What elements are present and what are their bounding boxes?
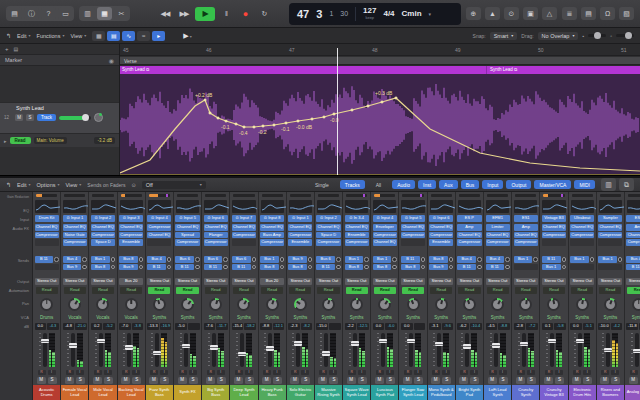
eq-thumbnail[interactable] [289,200,312,213]
automation-mode-slot[interactable]: Read [515,287,537,294]
mute-button[interactable]: M [431,377,440,384]
solo-button[interactable]: S [555,377,564,384]
chevron-down-icon[interactable]: ▾ [429,11,432,17]
send-level-knob[interactable] [308,257,313,262]
pan-knob[interactable] [435,298,448,311]
fader-track[interactable] [635,333,639,367]
key-display[interactable]: Cmin [402,10,422,18]
audio-fx-slot[interactable]: Compressor [35,232,59,239]
track-name-label[interactable]: Mono Synth & Pedalboard [428,385,455,400]
track-list-icon[interactable]: ▤ [14,46,19,52]
fader-cap[interactable] [238,352,246,357]
audio-fx-slot[interactable]: Compressor [401,232,425,239]
send-level-knob[interactable] [449,257,454,262]
automation-mode-slot[interactable]: Read [148,287,170,294]
solo-button[interactable]: S [273,377,282,384]
fader-cap[interactable] [407,339,415,344]
channel-strip[interactable]: ⊙ Input 2Channel EQCompressorSpace DBus … [89,192,117,400]
track-header-synth-lead[interactable]: Synth Lead 12 M S Track [0,102,119,134]
send-bus-label[interactable]: Bus 8 [260,264,279,271]
send-slot[interactable]: Bus 6 [204,256,228,263]
channel-strip[interactable]: ⊙ Input 6Channel EQCompressorEnsembleBus… [428,192,456,400]
audio-fx-slot[interactable]: Compressor [486,239,510,246]
send-slot[interactable]: Bus 6 [316,256,340,263]
channel-strip[interactable]: ⊙ Input 8Channel EQBass AmpCompressorBus… [259,192,287,400]
eq-thumbnail[interactable] [486,200,509,213]
send-level-knob[interactable] [364,257,369,262]
send-level-knob[interactable] [82,257,87,262]
filter-midi[interactable]: MIDI [574,180,595,189]
pan-knob[interactable] [491,298,504,311]
input-slot[interactable]: ⊙ Input 6 [429,215,453,222]
input-slot[interactable]: ⊙ Input 2 [316,215,340,222]
fader-cap[interactable] [210,345,218,350]
audio-fx-slot[interactable]: Compressor [570,232,594,239]
send-level-knob[interactable] [392,257,397,262]
input-slot[interactable]: ⊙ Input 1 [63,215,87,222]
mixer-icon[interactable]: ▦ [97,7,112,20]
sends-mode-select[interactable]: Off▾ [142,181,206,189]
send-slot[interactable]: Bus 1 [514,256,538,263]
toolbar-icon[interactable]: ▭ [58,7,73,20]
eq-thumbnail[interactable] [317,200,340,213]
solo-button[interactable]: S [48,377,57,384]
send-bus-label[interactable]: Bus 1 [260,256,279,263]
channel-strip[interactable]: Drum KitChannel EQCompressorB 11Stereo O… [33,192,61,400]
send-bus-label[interactable]: Bus 4 [63,256,82,263]
library-icon[interactable]: ▤ [7,7,22,20]
audio-fx-empty-slot[interactable] [598,239,622,246]
eq-thumbnail[interactable] [401,200,424,213]
send-slot[interactable]: Bus 9 [63,264,87,271]
send-level-knob[interactable] [308,265,313,270]
send-slot[interactable]: Bus 6 [232,256,256,263]
input-slot[interactable]: ⊙ Input 2 [91,215,115,222]
solo-button[interactable]: S [329,377,338,384]
channel-strip[interactable]: ⊙ Input 4CompressorChannel EQBus 4B 11St… [146,192,174,400]
audio-fx-slot[interactable]: Compressor [316,239,340,246]
input-slot[interactable]: ⊙ In 3-4 [345,215,369,222]
timeline[interactable]: 45464748495051 Verse Synth Lead ⧉Synth L… [120,44,640,175]
tracks-back-icon[interactable]: ↰ [6,32,11,39]
record-enable-button[interactable]: R [94,370,102,375]
input-slot[interactable]: ES P [457,215,481,222]
input-monitor-button[interactable]: I [245,370,253,375]
send-bus-label[interactable]: Bus 8 [429,256,448,263]
flex-view-icon[interactable]: ≈ [137,31,150,41]
send-bus-label[interactable]: Bus 1 [91,256,110,263]
automation-mode-slot[interactable]: Read [346,287,368,294]
mute-button[interactable]: M [572,377,581,384]
pan-knob[interactable] [237,298,250,311]
pan-knob[interactable] [181,298,194,311]
forward-button[interactable]: ▶▶ [176,7,192,21]
send-bus-label[interactable]: Bus 8 [91,264,110,271]
solo-button[interactable]: S [245,377,254,384]
send-bus-label[interactable]: Bus 6 [204,256,223,263]
track-name-label[interactable]: Massive Rising Synth [315,385,342,400]
audio-fx-slot[interactable]: Channel EQ [514,232,538,239]
input-slot[interactable]: ⊙ Input 4 [147,215,171,222]
output-slot[interactable]: Stereo Out [457,278,481,285]
track-name-label[interactable]: Female Vocal Lead [61,385,88,400]
output-slot[interactable]: Bus 20 [119,278,143,285]
eq-thumbnail[interactable] [373,200,396,213]
automation-mode-slot[interactable]: Read [487,287,509,294]
track-name-label[interactable]: Acoustic Drums [33,385,60,400]
record-button[interactable]: ● [237,7,253,21]
solo-button[interactable]: S [104,377,113,384]
input-monitor-button[interactable]: I [555,370,563,375]
input-monitor-button[interactable]: I [273,370,281,375]
mute-button[interactable]: M [403,377,412,384]
send-bus-label[interactable]: B 11 [232,264,251,271]
filter-audio[interactable]: Audio [392,180,415,189]
fader-cap[interactable] [182,344,190,349]
output-slot[interactable]: Stereo Out [316,278,340,285]
mute-button[interactable]: M [234,377,243,384]
audio-fx-empty-slot[interactable] [147,239,171,246]
automation-mode-slot[interactable]: Read [543,287,565,294]
track-name-label[interactable]: Bright Synth Pad [456,385,483,400]
smart-controls-icon[interactable]: ▥ [80,7,95,20]
fader-cap[interactable] [266,346,274,351]
pan-knob[interactable] [209,298,222,311]
bar-ruler[interactable]: 45464748495051 [120,44,640,56]
fader-cap[interactable] [520,342,528,347]
